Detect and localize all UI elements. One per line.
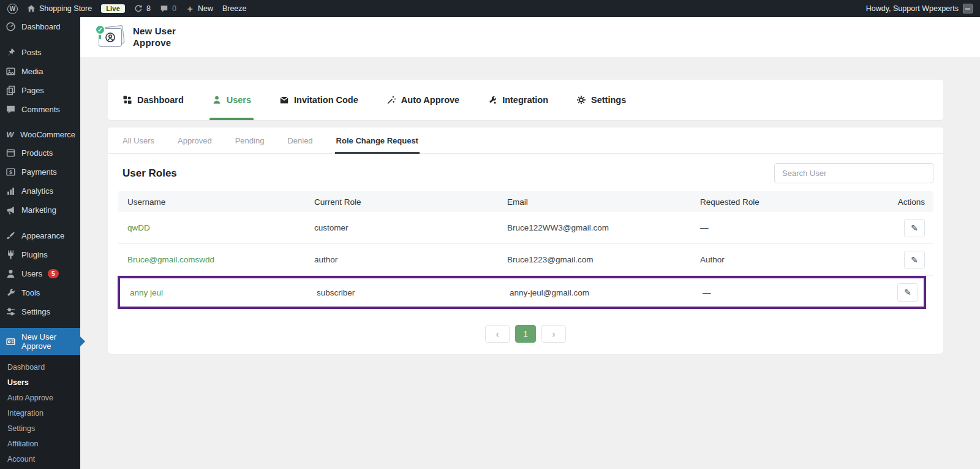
user-filter-subtabs: All Users Approved Pending Denied Role C… — [108, 128, 943, 154]
tab-label: Integration — [502, 95, 548, 105]
comment-icon — [160, 4, 168, 13]
submenu-item-users[interactable]: Users — [0, 375, 80, 390]
home-icon — [27, 4, 36, 13]
sidebar-item-pages[interactable]: Pages — [0, 81, 80, 100]
subtab-pending[interactable]: Pending — [235, 128, 265, 153]
tab-users[interactable]: Users — [212, 80, 251, 120]
current-role-value: customer — [304, 223, 497, 232]
pages-icon — [6, 85, 16, 96]
sidebar-item-settings[interactable]: Settings — [0, 302, 80, 321]
sidebar-item-dashboard[interactable]: Dashboard — [0, 17, 80, 36]
sidebar-item-new-user-approve[interactable]: New User Approve — [0, 328, 80, 355]
edit-role-button[interactable]: ✎ — [904, 251, 925, 269]
admin-bar: W Shopping Store Live 8 0 ＋ New Breeze H… — [0, 0, 980, 17]
sidebar-label: Plugins — [21, 250, 48, 259]
submenu-item-integration[interactable]: Integration — [0, 405, 80, 421]
col-header-username: Username — [118, 197, 304, 207]
grid-icon — [123, 95, 132, 105]
sidebar-item-plugins[interactable]: Plugins — [0, 245, 80, 264]
sidebar-item-marketing[interactable]: Marketing — [0, 200, 80, 219]
submenu-item-auto-approve[interactable]: Auto Approve — [0, 390, 80, 405]
person-icon — [6, 269, 16, 279]
nua-submenu: Dashboard Users Auto Approve Integration… — [0, 355, 80, 469]
sidebar-item-media[interactable]: Media — [0, 62, 80, 81]
sidebar-item-woocommerce[interactable]: W WooCommerce — [0, 126, 80, 143]
wrench-icon — [6, 288, 16, 298]
tab-invitation-code[interactable]: Invitation Code — [279, 80, 358, 120]
submenu-item-account[interactable]: Account — [0, 451, 80, 467]
sidebar-label: WooCommerce — [20, 130, 75, 139]
sidebar-item-analytics[interactable]: Analytics — [0, 181, 80, 200]
live-badge[interactable]: Live — [101, 4, 125, 13]
sidebar-label: Payments — [21, 167, 57, 177]
requested-role-value: — — [690, 223, 885, 232]
sidebar-label: Pages — [21, 86, 44, 95]
updates-indicator[interactable]: 8 — [134, 4, 151, 13]
email-value: Bruce1223@gmail.com — [497, 255, 690, 264]
sidebar-item-appearance[interactable]: Appearance — [0, 226, 80, 245]
sidebar-item-comments[interactable]: Comments — [0, 100, 80, 119]
pagination-page-1-button[interactable]: 1 — [515, 325, 536, 343]
sidebar-label: Users — [21, 269, 42, 278]
username-link[interactable]: qwDD — [118, 223, 304, 232]
submenu-item-settings[interactable]: Settings — [0, 421, 80, 436]
subtab-approved[interactable]: Approved — [178, 128, 212, 153]
subtab-all-users[interactable]: All Users — [123, 128, 154, 153]
tab-label: Auto Approve — [401, 95, 459, 105]
submenu-item-dashboard[interactable]: Dashboard — [0, 359, 80, 375]
svg-text:$: $ — [9, 169, 12, 175]
site-name-link[interactable]: Shopping Store — [27, 4, 92, 13]
subtab-role-change-request[interactable]: Role Change Request — [336, 128, 418, 153]
new-content-button[interactable]: ＋ New — [186, 4, 213, 13]
wordpress-logo-icon[interactable]: W — [7, 4, 18, 14]
plus-icon: ＋ — [186, 4, 194, 13]
sidebar-label: Appearance — [21, 231, 64, 240]
sidebar-label: Posts — [21, 48, 42, 57]
submenu-item-pricing[interactable]: Pricing ➤ — [0, 467, 80, 469]
sidebar-item-payments[interactable]: $ Payments — [0, 162, 80, 181]
sidebar-item-products[interactable]: Products — [0, 143, 80, 162]
sidebar-label: Products — [21, 148, 53, 158]
edit-role-button[interactable]: ✎ — [904, 219, 925, 237]
search-user-input[interactable] — [774, 163, 933, 183]
comments-indicator[interactable]: 0 — [160, 4, 176, 13]
logo-person-icon — [104, 31, 116, 44]
tab-dashboard[interactable]: Dashboard — [123, 80, 184, 120]
sidebar-label: Dashboard — [21, 22, 61, 31]
username-link[interactable]: anny jeul — [120, 288, 307, 297]
plug-icon — [6, 250, 16, 260]
plugin-tabs: Dashboard Users Invitation Code Auto App… — [108, 80, 943, 120]
submenu-item-affiliation[interactable]: Affiliation — [0, 436, 80, 451]
breeze-menu[interactable]: Breeze — [222, 4, 247, 13]
gear-icon — [576, 95, 586, 105]
subtab-denied[interactable]: Denied — [287, 128, 312, 153]
plugin-title: New User Approve — [133, 26, 176, 49]
current-role-value: subscriber — [307, 288, 500, 297]
sidebar-item-tools[interactable]: Tools — [0, 283, 80, 302]
pushpin-icon — [6, 47, 16, 58]
username-link[interactable]: Bruce@gmail.comswdd — [118, 255, 304, 264]
gauge-icon — [6, 21, 16, 32]
bar-chart-icon — [6, 186, 16, 196]
users-panel: All Users Approved Pending Denied Role C… — [108, 128, 943, 354]
tab-auto-approve[interactable]: Auto Approve — [386, 80, 459, 120]
user-avatar[interactable] — [963, 4, 973, 13]
user-roles-table: Username Current Role Email Requested Ro… — [118, 191, 933, 309]
sidebar-item-posts[interactable]: Posts — [0, 43, 80, 62]
pagination-next-button[interactable]: › — [541, 325, 566, 343]
tab-label: Invitation Code — [294, 95, 358, 105]
pencil-icon: ✎ — [911, 223, 918, 233]
pagination-prev-button[interactable]: ‹ — [485, 325, 510, 343]
plugin-header: ✓ New User Approve — [80, 17, 980, 57]
brush-icon — [6, 231, 16, 241]
howdy-account-link[interactable]: Howdy, Support Wpexperts — [866, 4, 959, 13]
tab-settings[interactable]: Settings — [576, 80, 626, 120]
magic-wand-icon — [386, 95, 396, 105]
edit-role-button[interactable]: ✎ — [897, 283, 918, 302]
tab-label: Dashboard — [137, 95, 184, 105]
dollar-card-icon: $ — [6, 167, 16, 177]
tab-integration[interactable]: Integration — [488, 80, 548, 120]
col-header-actions: Actions — [885, 197, 933, 207]
sidebar-item-users[interactable]: Users 5 — [0, 264, 80, 283]
requested-role-value: — — [693, 288, 888, 297]
